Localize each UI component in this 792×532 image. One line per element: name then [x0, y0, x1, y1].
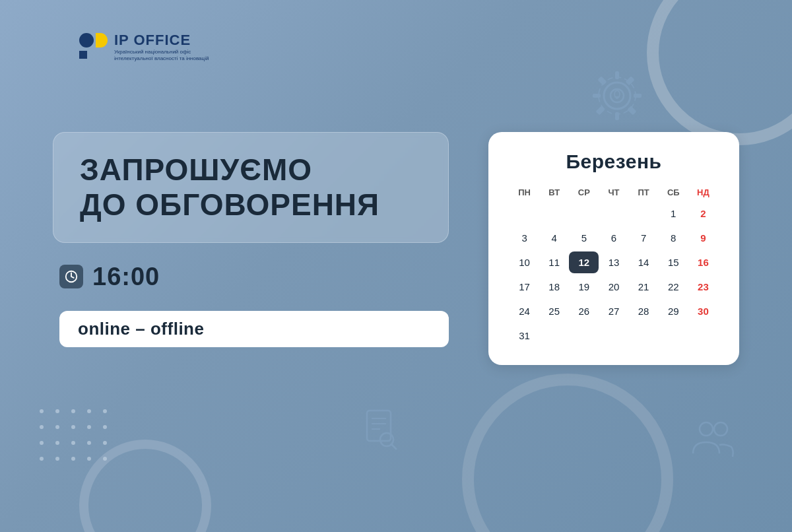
logo-shapes — [79, 33, 108, 59]
online-offline-badge: online – offline — [59, 311, 449, 347]
calendar-day-19[interactable]: 19 — [569, 276, 599, 298]
svg-rect-6 — [597, 76, 607, 85]
logo-square — [79, 51, 87, 59]
calendar-day-14[interactable]: 14 — [629, 251, 659, 273]
svg-rect-13 — [367, 411, 391, 441]
calendar-day-25[interactable]: 25 — [539, 300, 569, 322]
calendar-day-17[interactable]: 17 — [510, 276, 539, 298]
calendar-day-10[interactable]: 10 — [510, 251, 539, 273]
calendar-day-empty — [569, 203, 599, 224]
svg-rect-2 — [615, 71, 619, 79]
calendar-day-18[interactable]: 18 — [539, 276, 569, 298]
svg-point-20 — [714, 422, 727, 436]
calendar-header-пт: ПТ — [629, 185, 659, 200]
calendar-header-ср: СР — [569, 185, 599, 200]
calendar-day-7[interactable]: 7 — [629, 227, 659, 249]
calendar-day-empty — [629, 203, 659, 224]
dot-grid — [40, 409, 112, 466]
calendar-header-пн: ПН — [510, 185, 539, 200]
calendar-grid: ПНВТСРЧТПТСБНД12345678910111213141516171… — [510, 185, 718, 347]
calendar-day-15[interactable]: 15 — [659, 251, 688, 273]
clock-icon — [64, 269, 79, 284]
calendar-day-empty — [659, 325, 688, 347]
calendar-day-8[interactable]: 8 — [659, 227, 688, 249]
time-row: 16:00 — [53, 263, 449, 291]
calendar-day-24[interactable]: 24 — [510, 300, 539, 322]
calendar-day-empty — [569, 325, 599, 347]
calendar-day-4[interactable]: 4 — [539, 227, 569, 249]
calendar-day-6[interactable]: 6 — [599, 227, 628, 249]
time-display: 16:00 — [92, 263, 160, 291]
people-icon — [686, 411, 739, 466]
calendar-day-26[interactable]: 26 — [569, 300, 599, 322]
calendar-day-20[interactable]: 20 — [599, 276, 628, 298]
calendar-day-31[interactable]: 31 — [510, 325, 539, 347]
online-offline-text: online – offline — [78, 319, 204, 339]
svg-rect-8 — [596, 106, 605, 115]
logo-area: IP OFFICE Український національний офісі… — [79, 33, 209, 63]
invitation-box: ЗАПРОШУЄМО ДО ОБГОВОРЕННЯ — [53, 132, 449, 243]
deco-circle-bottom-right — [462, 374, 673, 532]
logo-text-area: IP OFFICE Український національний офісі… — [114, 33, 209, 63]
svg-rect-3 — [615, 112, 619, 120]
calendar-day-13[interactable]: 13 — [599, 251, 628, 273]
svg-line-18 — [391, 444, 396, 449]
calendar-header-нд: НД — [688, 185, 718, 200]
logo-half-moon — [96, 33, 108, 48]
logo-circle — [79, 33, 94, 48]
calendar-day-11[interactable]: 11 — [539, 251, 569, 273]
document-search-icon — [354, 404, 407, 459]
calendar-day-12[interactable]: 12 — [569, 251, 599, 273]
svg-rect-5 — [634, 94, 642, 98]
calendar-day-empty — [510, 203, 539, 224]
gear-icon — [587, 66, 647, 128]
invitation-title-line1: ЗАПРОШУЄМО — [80, 152, 422, 187]
logo-sub-text: Український національний офісінтелектуал… — [114, 49, 209, 63]
calendar-day-1[interactable]: 1 — [659, 203, 688, 224]
page-background: IP OFFICE Український національний офісі… — [0, 0, 792, 532]
calendar-day-3[interactable]: 3 — [510, 227, 539, 249]
calendar-day-29[interactable]: 29 — [659, 300, 688, 322]
calendar-day-empty — [539, 325, 569, 347]
svg-point-0 — [604, 83, 630, 109]
calendar-header-чт: ЧТ — [599, 185, 628, 200]
calendar-day-empty — [629, 325, 659, 347]
invitation-title-line2: ДО ОБГОВОРЕННЯ — [80, 187, 422, 222]
calendar-header-вт: ВТ — [539, 185, 569, 200]
calendar-card: Березень ПНВТСРЧТПТСБНД12345678910111213… — [488, 132, 739, 365]
calendar-day-28[interactable]: 28 — [629, 300, 659, 322]
calendar-day-21[interactable]: 21 — [629, 276, 659, 298]
calendar-day-27[interactable]: 27 — [599, 300, 628, 322]
logo-main-text: IP OFFICE — [114, 33, 209, 48]
left-content: ЗАПРОШУЄМО ДО ОБГОВОРЕННЯ 16:00 online –… — [53, 132, 449, 347]
svg-rect-7 — [626, 76, 635, 85]
calendar-day-empty — [599, 325, 628, 347]
calendar-day-5[interactable]: 5 — [569, 227, 599, 249]
calendar-day-23[interactable]: 23 — [688, 276, 718, 298]
calendar-day-empty — [688, 325, 718, 347]
calendar-header-сб: СБ — [659, 185, 688, 200]
deco-circle-top-right — [647, 0, 792, 145]
calendar-day-22[interactable]: 22 — [659, 276, 688, 298]
svg-rect-9 — [627, 106, 636, 115]
svg-rect-4 — [593, 94, 601, 98]
main-content: ЗАПРОШУЄМО ДО ОБГОВОРЕННЯ 16:00 online –… — [53, 132, 739, 365]
calendar-day-empty — [539, 203, 569, 224]
calendar-day-16[interactable]: 16 — [688, 251, 718, 273]
svg-point-10 — [610, 89, 624, 102]
calendar-day-empty — [599, 203, 628, 224]
clock-icon-wrapper — [59, 265, 83, 288]
calendar-day-9[interactable]: 9 — [688, 227, 718, 249]
calendar-month: Березень — [510, 150, 718, 173]
svg-point-19 — [700, 422, 713, 436]
calendar-day-2[interactable]: 2 — [688, 203, 718, 224]
calendar-day-30[interactable]: 30 — [688, 300, 718, 322]
